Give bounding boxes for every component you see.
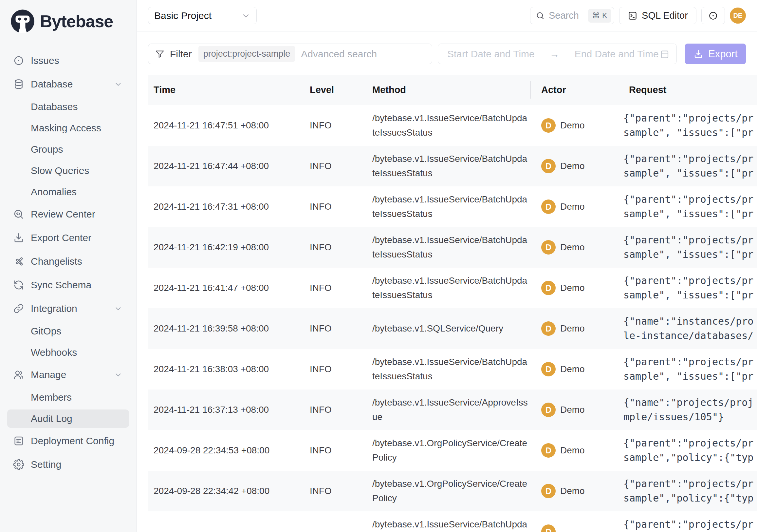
sidebar-item-label: Masking Access [31, 122, 101, 134]
filter-tag[interactable]: project:project-sample [198, 46, 295, 62]
table-row[interactable]: 2024-11-21 16:39:58 +08:00INFO/bytebase.… [148, 308, 757, 349]
sidebar-item-database[interactable]: Database [7, 73, 129, 96]
sql-editor-button[interactable]: SQL Editor [619, 7, 696, 24]
table-row[interactable]: 2024-11-21 16:47:51 +08:00INFO/bytebase.… [148, 105, 757, 146]
cell-actor: DDemo [530, 321, 623, 336]
sidebar-item-groups[interactable]: Groups [7, 139, 129, 160]
actor-avatar: D [541, 362, 556, 376]
project-selector[interactable]: Basic Project [148, 7, 257, 24]
sidebar-item-slow-queries[interactable]: Slow Queries [7, 160, 129, 181]
sql-editor-label: SQL Editor [642, 10, 688, 21]
sidebar-item-databases[interactable]: Databases [7, 96, 129, 117]
chevron-down-icon [241, 11, 251, 20]
sidebar-item-label: Members [31, 392, 72, 403]
filter-bar: Filter project:project-sample Advanced s… [148, 44, 746, 64]
table-row[interactable]: 2024-11-21 16:47:31 +08:00INFO/bytebase.… [148, 186, 757, 227]
actor-avatar: D [541, 118, 556, 133]
table-row[interactable]: 2024-09-28 22:34:53 +08:00INFO/bytebase.… [148, 430, 757, 471]
column-header-actor: Actor [530, 75, 623, 105]
cell-level: INFO [304, 405, 367, 415]
cell-request: {"name":"instances/prole-instance/databa… [623, 314, 757, 343]
setting-icon [13, 459, 24, 470]
table-row[interactable]: 2024-11-21 16:41:47 +08:00INFO/bytebase.… [148, 267, 757, 308]
cell-method: /bytebase.v1.OrgPolicyService/CreatePoli… [367, 436, 530, 465]
start-date-placeholder: Start Date and Time [447, 48, 535, 60]
advanced-search-placeholder: Advanced search [301, 48, 377, 60]
request-json-line: sample","policy":{"typ [623, 451, 757, 465]
request-json-line: mple/issues/105"} [623, 410, 757, 424]
actor-name: Demo [560, 202, 585, 212]
table-row[interactable]: /bytebase.v1.IssueService/BatchUpdateIss… [148, 511, 757, 532]
actor-avatar: D [541, 200, 556, 214]
cell-level: INFO [304, 323, 367, 334]
sidebar-item-manage[interactable]: Manage [7, 363, 129, 387]
sidebar-item-anomalies[interactable]: Anomalies [7, 181, 129, 203]
download-icon [693, 49, 704, 59]
sidebar-item-masking-access[interactable]: Masking Access [7, 117, 129, 139]
cell-method: /bytebase.v1.OrgPolicyService/CreatePoli… [367, 477, 530, 506]
cell-actor: DDemo [530, 281, 623, 295]
chevron-down-icon [114, 370, 122, 379]
cell-time: 2024-11-21 16:42:19 +08:00 [148, 242, 304, 253]
request-json-line: {"name":"projects/proj [623, 395, 757, 410]
main-area: Basic Project Search ⌘ K SQL Editor [137, 0, 757, 532]
sidebar-item-review-center[interactable]: Review Center [7, 203, 129, 226]
request-json-line: {"parent":"projects/pr [623, 111, 757, 125]
sidebar-item-label: Review Center [31, 209, 95, 220]
sidebar-item-deployment-config[interactable]: Deployment Config [7, 429, 129, 453]
request-json-line: {"parent":"projects/pr [623, 436, 757, 451]
cell-time: 2024-11-21 16:38:03 +08:00 [148, 364, 304, 374]
actor-avatar: D [541, 240, 556, 255]
changelist-icon [13, 256, 24, 267]
table-row[interactable]: 2024-11-21 16:42:19 +08:00INFO/bytebase.… [148, 227, 757, 267]
circle-dot-button[interactable] [701, 7, 725, 24]
sidebar-item-integration[interactable]: Integration [7, 297, 129, 320]
request-json-line: {"parent":"projects/pr [623, 152, 757, 166]
cell-level: INFO [304, 202, 367, 212]
sidebar-item-audit-log[interactable]: Audit Log [7, 410, 129, 428]
column-header-level: Level [304, 84, 367, 95]
cell-level: INFO [304, 364, 367, 374]
user-avatar[interactable]: DE [730, 8, 746, 24]
bytebase-logo[interactable]: Bytebase [0, 0, 136, 34]
search-input[interactable]: Search ⌘ K [530, 7, 614, 24]
export-button[interactable]: Export [685, 44, 746, 64]
sidebar-item-changelists[interactable]: Changelists [7, 250, 129, 273]
cell-request: {"parent":"projects/prsample","policy":{… [623, 477, 757, 506]
sidebar-item-setting[interactable]: Setting [7, 453, 129, 476]
table-row[interactable]: 2024-11-21 16:38:03 +08:00INFO/bytebase.… [148, 349, 757, 390]
actor-avatar: D [541, 159, 556, 173]
cell-time: 2024-11-21 16:47:51 +08:00 [148, 120, 304, 131]
table-row[interactable]: 2024-11-21 16:47:44 +08:00INFO/bytebase.… [148, 146, 757, 186]
date-range-input[interactable]: Start Date and Time → End Date and Time [438, 44, 677, 64]
table-row[interactable]: 2024-11-21 16:37:13 +08:00INFO/bytebase.… [148, 390, 757, 430]
filter-input[interactable]: Filter project:project-sample Advanced s… [148, 44, 432, 64]
actor-avatar: D [541, 524, 556, 532]
sidebar-item-gitops[interactable]: GitOps [7, 320, 129, 342]
cell-time: 2024-11-21 16:47:44 +08:00 [148, 161, 304, 171]
sidebar-item-members[interactable]: Members [7, 387, 129, 408]
sidebar-item-label: GitOps [31, 326, 61, 337]
cell-request: {"parent":"projects/prsample", "issues":… [623, 152, 757, 180]
actor-avatar: D [541, 443, 556, 458]
deployment-icon [13, 435, 24, 447]
actor-name: Demo [560, 405, 585, 415]
request-json-line: {"parent":"projects/pr [623, 355, 757, 369]
sidebar-item-sync-schema[interactable]: Sync Schema [7, 273, 129, 297]
cell-request: {"name":"projects/projmple/issues/105"} [623, 395, 757, 424]
table-row[interactable]: 2024-09-28 22:34:42 +08:00INFO/bytebase.… [148, 471, 757, 511]
request-json-line: sample", "issues":["pr [623, 166, 757, 180]
actor-avatar: D [541, 281, 556, 295]
cell-method: /bytebase.v1.IssueService/BatchUpdateIss… [367, 517, 530, 532]
cell-level: INFO [304, 283, 367, 293]
cell-actor: D [530, 524, 623, 532]
cell-method: /bytebase.v1.IssueService/BatchUpdateIss… [367, 111, 530, 140]
sidebar-item-export-center[interactable]: Export Center [7, 226, 129, 250]
sidebar-item-label: Sync Schema [31, 279, 91, 291]
sidebar-item-issues[interactable]: Issues [7, 49, 129, 73]
cell-actor: DDemo [530, 403, 623, 417]
sidebar-item-webhooks[interactable]: Webhooks [7, 342, 129, 363]
database-icon [13, 78, 24, 90]
sidebar-item-label: Audit Log [31, 413, 72, 424]
search-placeholder: Search [549, 10, 579, 21]
